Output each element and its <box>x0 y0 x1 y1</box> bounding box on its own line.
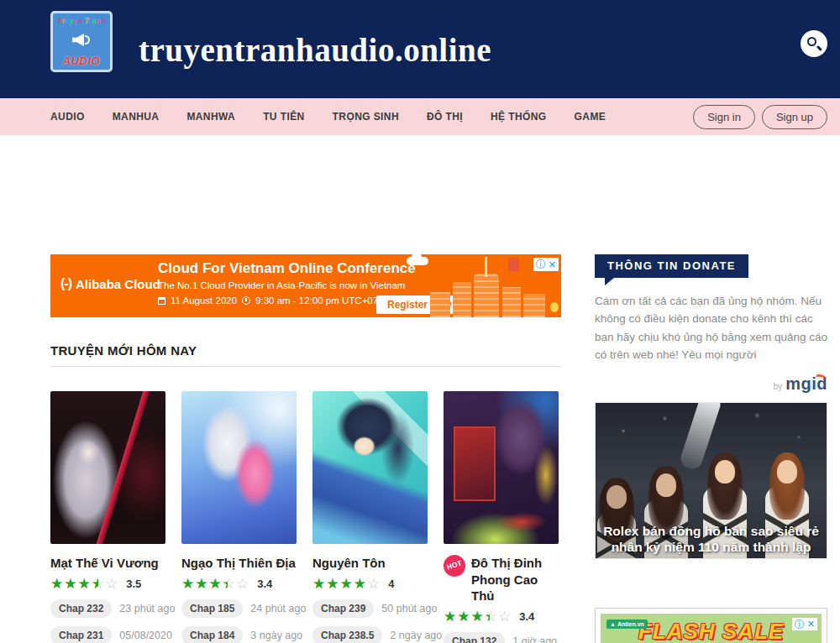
nav-item-game[interactable]: GAME <box>575 111 606 123</box>
hot-badge: HOT <box>441 552 469 580</box>
chapter-time: 3 ngày ago <box>250 630 302 641</box>
chapter-row[interactable]: Chap 239 50 phút ago <box>312 599 428 618</box>
calendar-icon <box>158 297 165 305</box>
comic-title-text[interactable]: Ngạo Thị Thiên Địa <box>181 555 296 572</box>
site-logo[interactable]: Truyện Tranh AUDIO <box>50 11 113 72</box>
chapter-list: Chap 185 24 phút ago Chap 184 3 ngày ago <box>181 599 297 643</box>
comic-cover[interactable] <box>312 391 428 544</box>
chapter-list: Chap 239 50 phút ago Chap 238.5 2 ngày a… <box>312 599 428 643</box>
alibaba-cloud-icon: (-) <box>60 276 71 291</box>
stars-filled-icons: ★★★★★ <box>444 609 490 624</box>
flash-sale-inner: ▲ Antien.vn FLASH SALE XEM NGAY ⓘ ✕ <box>601 614 822 643</box>
chapter-row[interactable]: Chap 185 24 phút ago <box>181 599 297 618</box>
nav-item-manhwa[interactable]: MANHWA <box>186 111 235 123</box>
flash-sale-ad[interactable]: ▲ Antien.vn FLASH SALE XEM NGAY ⓘ ✕ <box>595 608 827 643</box>
nav-item-he-thong[interactable]: HỆ THỐNG <box>491 111 547 123</box>
chapter-list: Chap 132 1 giờ ago Chap 131 05/08/2020 <box>444 632 559 643</box>
rating-value: 3.4 <box>519 610 534 623</box>
comic-card[interactable]: HOT Đô Thị Đỉnh Phong Cao Thủ ☆☆☆☆☆ ★★★★… <box>444 391 559 643</box>
chapter-badge[interactable]: Chap 132 <box>444 632 505 643</box>
banner-ad[interactable]: (-) Alibaba Cloud Cloud For Vietnam Onli… <box>50 254 561 317</box>
chapter-badge[interactable]: Chap 231 <box>50 626 112 643</box>
chapter-time: 05/08/2020 <box>119 630 172 641</box>
star-rating: ☆☆☆☆☆ ★★★★★ 3.4 <box>444 609 559 624</box>
mgid-smile-icon <box>816 374 827 381</box>
logo-script-text: Truyện Tranh <box>57 16 106 25</box>
comics-row: Mạt Thế Vi Vương ☆☆☆☆☆ ★★★★★ 3.5 Chap 23… <box>50 391 561 643</box>
comic-title[interactable]: Mạt Thế Vi Vương <box>50 555 165 572</box>
chapter-badge[interactable]: Chap 184 <box>181 626 243 643</box>
tree-shape <box>549 302 559 317</box>
banner-ad-brand: (-) Alibaba Cloud <box>60 276 160 291</box>
chapter-time: 2 ngày ago <box>390 630 442 641</box>
chapter-row[interactable]: Chap 184 3 ngày ago <box>181 626 297 643</box>
chapter-badge[interactable]: Chap 185 <box>181 599 243 618</box>
comic-cover[interactable] <box>50 391 165 544</box>
star-rating: ☆☆☆☆☆ ★★★★★ 3.5 <box>50 577 165 591</box>
search-icon <box>807 37 816 46</box>
comic-cover[interactable] <box>444 391 559 544</box>
ad-choices-chip: ⓘ ✕ <box>792 618 817 630</box>
nav-item-do-thi[interactable]: ĐÔ THỊ <box>427 111 463 123</box>
chapter-row[interactable]: Chap 238.5 2 ngày ago <box>312 626 428 643</box>
stars-filled-icons: ★★★★★ <box>181 577 228 591</box>
section-title: TRUYỆN MỚI HÔM NAY <box>50 343 561 367</box>
comic-cover[interactable] <box>181 391 297 544</box>
comic-title-text[interactable]: Mạt Thế Vi Vương <box>50 555 159 572</box>
logo-audio-label: AUDIO <box>63 55 100 67</box>
comic-card[interactable]: Ngạo Thị Thiên Địa ☆☆☆☆☆ ★★★★★ 3.4 Chap … <box>181 391 297 643</box>
auth-buttons: Sign in Sign up <box>693 105 827 129</box>
star-rating: ☆☆☆☆☆ ★★★★★ 3.4 <box>181 577 297 591</box>
nav-item-audio[interactable]: AUDIO <box>50 111 85 123</box>
donate-title-ribbon: THÔNG TIN DONATE <box>595 254 748 278</box>
chapter-list: Chap 232 23 phút ago Chap 231 05/08/2020 <box>50 599 165 643</box>
banner-ad-brand-name: Alibaba Cloud <box>76 277 160 291</box>
chapter-badge[interactable]: Chap 238.5 <box>312 626 382 643</box>
comic-title[interactable]: Ngạo Thị Thiên Địa <box>181 555 297 572</box>
nav-items: AUDIO MANHUA MANHWA TU TIÊN TRỌNG SINH Đ… <box>50 111 606 123</box>
comic-title-text[interactable]: Đô Thị Đỉnh Phong Cao Thủ <box>471 555 559 604</box>
sign-up-button[interactable]: Sign up <box>762 105 827 129</box>
ad-close-icon[interactable]: ✕ <box>549 260 556 269</box>
chapter-row[interactable]: Chap 132 1 giờ ago <box>444 632 559 643</box>
banner-ad-subline: The No.1 Cloud Provider in Asia-Pacific … <box>158 280 435 290</box>
comic-card[interactable]: Mạt Thế Vi Vương ☆☆☆☆☆ ★★★★★ 3.5 Chap 23… <box>50 391 165 643</box>
chapter-time: 23 phút ago <box>119 603 175 614</box>
ad-info-icon[interactable]: ⓘ <box>536 259 546 269</box>
main-content: (-) Alibaba Cloud Cloud For Vietnam Onli… <box>0 135 840 643</box>
lantern-shape <box>508 258 519 271</box>
ad-close-icon[interactable]: ✕ <box>807 619 815 629</box>
speaker-icon <box>72 34 91 46</box>
comic-title[interactable]: Nguyên Tôn <box>312 555 428 572</box>
comic-title[interactable]: HOT Đô Thị Đỉnh Phong Cao Thủ <box>444 555 559 604</box>
ad-info-icon[interactable]: ⓘ <box>795 619 805 630</box>
banner-ad-headline: Cloud For Vietnam Online Conference <box>158 260 435 277</box>
chapter-badge[interactable]: Chap 239 <box>312 599 374 618</box>
advertiser-name: Antien.vn <box>617 621 644 627</box>
site-header: Truyện Tranh AUDIO truyentranhaudio.onli… <box>0 0 840 98</box>
chapter-row[interactable]: Chap 231 05/08/2020 <box>50 626 165 643</box>
stars-filled-icons: ★★★★★ <box>312 577 367 591</box>
nav-item-trong-sinh[interactable]: TRỌNG SINH <box>333 111 399 123</box>
photo-ad-caption: Rolex bán đồng hồ bản sao siêu rẻ nhân k… <box>596 523 827 556</box>
mgid-attribution[interactable]: by mgid <box>595 374 827 394</box>
main-nav: AUDIO MANHUA MANHWA TU TIÊN TRỌNG SINH Đ… <box>0 98 840 135</box>
chapter-row[interactable]: Chap 232 23 phút ago <box>50 599 165 618</box>
comic-card[interactable]: Nguyên Tôn ☆☆☆☆☆ ★★★★★ 4 Chap 239 50 phú… <box>312 391 428 643</box>
left-column: (-) Alibaba Cloud Cloud For Vietnam Onli… <box>50 254 561 643</box>
site-title[interactable]: truyentranhaudio.online <box>139 30 491 68</box>
rating-value: 4 <box>388 578 394 590</box>
sidebar: THÔNG TIN DONATE Cám ơn tất cả các bạn đ… <box>595 254 827 643</box>
chapter-badge[interactable]: Chap 232 <box>50 599 112 618</box>
search-button[interactable] <box>801 30 827 57</box>
donate-text: Cám ơn tất cả các bạn đã ủng hộ nhóm. Nế… <box>595 292 827 363</box>
chapter-time: 24 phút ago <box>250 603 306 614</box>
sign-in-button[interactable]: Sign in <box>693 105 755 129</box>
banner-ad-date: 11 August 2020 <box>171 295 237 306</box>
comic-title-text[interactable]: Nguyên Tôn <box>312 555 386 572</box>
advertiser-badge: ▲ Antien.vn <box>606 619 648 629</box>
nav-item-manhua[interactable]: MANHUA <box>113 111 160 123</box>
sidebar-photo-ad[interactable]: Rolex bán đồng hồ bản sao siêu rẻ nhân k… <box>595 402 827 559</box>
nav-item-tu-tien[interactable]: TU TIÊN <box>263 111 304 123</box>
banner-ad-time: 9:30 am - 12:00 pm UTC+07:00 <box>255 295 391 306</box>
